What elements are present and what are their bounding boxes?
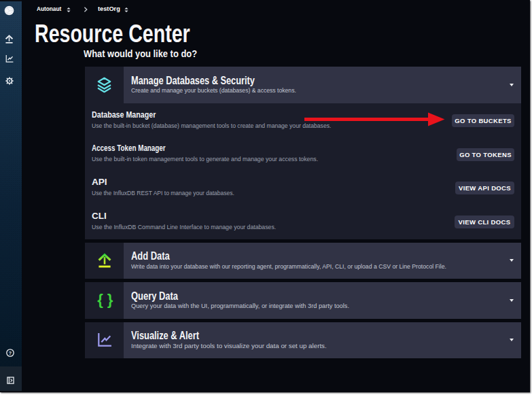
- svg-text:?: ?: [9, 351, 12, 356]
